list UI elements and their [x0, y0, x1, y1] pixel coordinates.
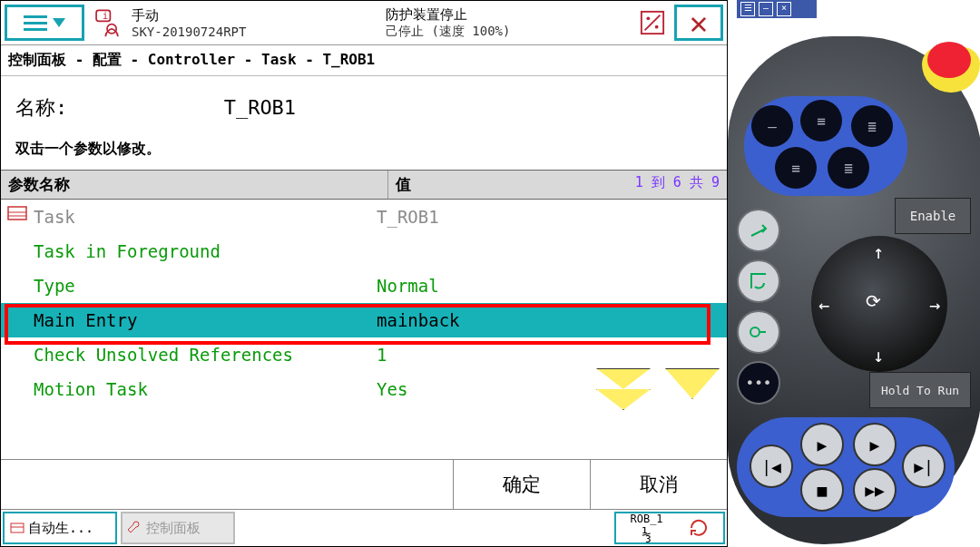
taskbar-item-label: 控制面板: [146, 520, 201, 537]
hint-text: 双击一个参数以修改。: [1, 140, 727, 170]
svg-point-4: [646, 16, 650, 20]
cluster-button-5[interactable]: ≣: [828, 147, 869, 189]
cancel-button[interactable]: 取消: [590, 460, 727, 509]
media-button-cluster: |◀ ▶ ▶ ▶| ■ ▶▶: [737, 417, 955, 517]
taskbar-item-label: 自动生...: [28, 520, 93, 537]
station-label: SKY-20190724RPT: [132, 24, 375, 39]
svg-point-11: [750, 327, 760, 337]
top-button-cluster: — ≡ ≣ ≡ ≣: [744, 96, 907, 196]
table-row[interactable]: TaskT_ROB1: [1, 200, 727, 234]
hamburger-icon: [24, 15, 47, 31]
svg-rect-9: [11, 523, 24, 532]
autogen-icon: [10, 521, 24, 535]
parameter-list: TaskT_ROB1Task in ForegroundTypeNormalMa…: [1, 200, 727, 454]
close-icon: ✕: [690, 5, 708, 41]
chevron-down-icon: [53, 18, 65, 27]
window-close-icon[interactable]: ×: [777, 2, 791, 16]
table-row[interactable]: Check Unsolved References1: [1, 337, 727, 372]
side-button-4[interactable]: •••: [737, 361, 780, 405]
taskbar-item-controlpanel[interactable]: 控制面板: [121, 512, 235, 544]
header-value: 值: [387, 171, 628, 199]
joystick[interactable]: ↑ ↓ ← → ⟳: [811, 236, 947, 372]
header-param: 参数名称: [1, 171, 387, 199]
list-corner-icon: [6, 203, 28, 225]
param-value: T_ROB1: [371, 207, 727, 227]
robot-name: ROB_1: [630, 513, 662, 525]
side-button-1[interactable]: [737, 209, 780, 252]
close-button[interactable]: ✕: [674, 5, 723, 41]
param-name: Task in Foreground: [1, 241, 371, 261]
state-label: 己停止 (速度 100%): [386, 24, 629, 40]
next-button[interactable]: ▶|: [902, 444, 946, 488]
play-button[interactable]: ▶: [800, 423, 844, 466]
window-menu-icon[interactable]: ☰: [740, 2, 755, 16]
operator-icon[interactable]: i: [88, 1, 126, 44]
param-name: Check Unsolved References: [1, 345, 371, 365]
cluster-button-3[interactable]: ≣: [851, 105, 893, 147]
main-menu-button[interactable]: [5, 5, 84, 41]
param-value: Normal: [371, 276, 727, 296]
arrow-up-icon: ↑: [873, 241, 884, 263]
table-row[interactable]: Task in Foreground: [1, 234, 727, 269]
warning-icon[interactable]: [634, 1, 671, 44]
status-guard-block: 防护装置停止 己停止 (速度 100%): [380, 1, 634, 44]
side-button-2[interactable]: [737, 259, 780, 303]
page-down-double-button[interactable]: [596, 368, 651, 410]
param-value: 1: [371, 345, 727, 365]
arrow-right-icon: →: [929, 294, 940, 316]
svg-rect-6: [8, 207, 26, 220]
status-mode-block: 手动 SKY-20190724RPT: [126, 1, 380, 44]
cluster-button-2[interactable]: ≡: [800, 100, 842, 142]
refresh-icon: [688, 517, 710, 539]
table-header: 参数名称 值 1 到 6 共 9: [1, 170, 727, 200]
param-name: Task: [1, 207, 371, 227]
cluster-button-1[interactable]: —: [751, 105, 793, 147]
taskbar-item-autogen[interactable]: 自动生...: [3, 512, 117, 544]
table-row[interactable]: Main Entrymainback: [1, 303, 727, 337]
arrow-left-icon: ←: [818, 294, 829, 316]
svg-point-5: [655, 25, 659, 29]
wrench-icon: [128, 521, 142, 535]
hold-to-run-button[interactable]: Hold To Run: [869, 372, 971, 408]
table-row[interactable]: TypeNormal: [1, 269, 727, 303]
header-range: 1 到 6 共 9: [628, 171, 727, 199]
step-button[interactable]: ▶▶: [853, 468, 897, 512]
page-down-button[interactable]: [665, 368, 720, 399]
ok-button[interactable]: 确定: [453, 460, 590, 509]
svg-text:i: i: [103, 11, 108, 21]
pendant-titlebar[interactable]: ☰ – ×: [737, 0, 817, 18]
play-alt-button[interactable]: ▶: [853, 423, 897, 466]
robot-status-box[interactable]: ROB_1 ⅓: [614, 512, 725, 544]
rotate-icon: ⟳: [866, 290, 881, 312]
window-minimize-icon[interactable]: –: [759, 2, 773, 16]
name-value: T_ROB1: [224, 96, 296, 119]
mode-label: 手动: [132, 7, 375, 24]
param-value: mainback: [371, 310, 727, 330]
prev-button[interactable]: |◀: [750, 444, 793, 488]
enable-button[interactable]: Enable: [895, 198, 971, 234]
arrow-down-icon: ↓: [873, 345, 884, 366]
cluster-button-4[interactable]: ≡: [775, 147, 817, 189]
emergency-stop-button[interactable]: [922, 47, 980, 93]
param-name: Main Entry: [1, 310, 371, 330]
param-name: Type: [1, 276, 371, 296]
param-name: Motion Task: [1, 379, 371, 399]
stop-button[interactable]: ■: [800, 468, 844, 512]
guard-label: 防护装置停止: [386, 6, 629, 24]
teach-pendant: ☰ – × — ≡ ≣ ≡ ≣ ••• Enable ↑ ↓: [728, 0, 980, 547]
robot-fraction: ⅓: [642, 525, 651, 543]
name-label: 名称:: [15, 94, 215, 122]
side-button-3[interactable]: [737, 310, 780, 354]
breadcrumb: 控制面板 - 配置 - Controller - Task - T_ROB1: [1, 45, 727, 76]
